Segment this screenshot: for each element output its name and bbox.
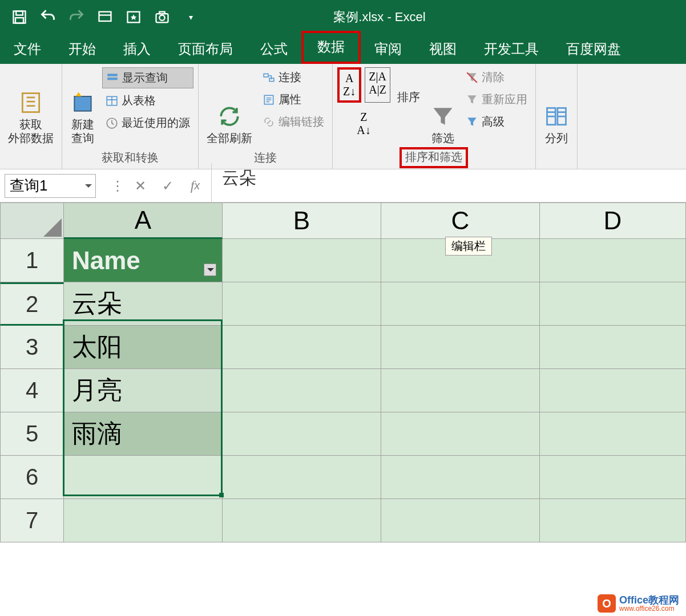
sort-dialog-button[interactable]: Z|AA|Z (365, 67, 390, 103)
tab-layout[interactable]: 页面布局 (164, 35, 247, 64)
cell-b4[interactable] (223, 369, 381, 412)
cell-c7[interactable] (381, 499, 540, 542)
ribbon: 获取 外部数据 新建 查询 显示查询 从表格 最近使用的源 获取和转换 全部刷新… (0, 64, 686, 169)
sort-button[interactable]: 排序 (394, 67, 423, 106)
link-icon (263, 71, 275, 84)
new-query-button[interactable]: 新建 查询 (67, 67, 99, 147)
clock-icon (106, 117, 118, 129)
filter-button[interactable]: 筛选 (427, 67, 459, 147)
cell-c4[interactable] (381, 369, 540, 412)
sort-desc-button[interactable]: ZA↓ (353, 108, 374, 139)
get-external-data-button[interactable]: 获取 外部数据 (5, 67, 57, 147)
cell-b2[interactable] (223, 282, 381, 326)
cell-d4[interactable] (540, 369, 686, 412)
col-header-c[interactable]: C (381, 202, 540, 239)
table-icon (106, 95, 118, 107)
camera-icon[interactable] (154, 9, 170, 25)
show-queries-button[interactable]: 显示查询 (102, 67, 193, 88)
app-title: 案例.xlsx - Excel (210, 9, 675, 26)
group-getdata: 获取 外部数据 (0, 64, 62, 169)
group-datatools: 分列 (536, 64, 578, 169)
cell-d7[interactable] (540, 499, 686, 542)
recent-sources-button[interactable]: 最近使用的源 (102, 113, 193, 133)
cell-a2[interactable]: 云朵 (64, 282, 223, 326)
cell-d3[interactable] (540, 326, 686, 369)
svg-rect-7 (159, 12, 164, 14)
row-header-2[interactable]: 2 (0, 282, 64, 326)
cell-d6[interactable] (540, 456, 686, 499)
col-header-d[interactable]: D (540, 202, 686, 239)
tab-review[interactable]: 审阅 (361, 35, 415, 64)
tab-view[interactable]: 视图 (415, 35, 470, 64)
undo-icon[interactable] (40, 9, 56, 25)
cancel-icon[interactable]: ✕ (129, 175, 152, 197)
name-box[interactable]: 查询1 (5, 174, 96, 198)
row-header-1[interactable]: 1 (0, 239, 64, 282)
cell-a6[interactable] (64, 456, 223, 499)
cell-a3[interactable]: 太阳 (64, 326, 223, 369)
clear-filter-button: 清除 (462, 67, 531, 87)
row-header-6[interactable]: 6 (0, 456, 64, 499)
cell-c2[interactable] (381, 282, 540, 326)
tab-baidu[interactable]: 百度网盘 (552, 35, 635, 64)
cell-d2[interactable] (540, 282, 686, 326)
select-all-corner[interactable] (0, 202, 64, 239)
props-icon (263, 94, 275, 106)
window-icon[interactable] (97, 9, 113, 25)
cell-d1[interactable] (540, 239, 686, 282)
sort-za-down-icon: ZA (357, 111, 367, 136)
enter-icon[interactable]: ✓ (156, 175, 179, 197)
title-bar: ▾ 案例.xlsx - Excel (0, 0, 686, 34)
fx-icon[interactable]: fx (184, 175, 207, 197)
connections-button[interactable]: 连接 (259, 67, 328, 87)
advanced-icon (466, 116, 478, 128)
from-table-button[interactable]: 从表格 (102, 91, 193, 111)
col-header-b[interactable]: B (223, 202, 381, 239)
row-header-3[interactable]: 3 (0, 326, 64, 369)
edit-links-button: 编辑链接 (259, 112, 328, 132)
row-header-5[interactable]: 5 (0, 412, 64, 456)
qat-customize-icon[interactable]: ▾ (183, 9, 199, 25)
refresh-icon (217, 104, 242, 129)
formula-bar[interactable]: 云朵 (211, 163, 681, 209)
text-to-columns-button[interactable]: 分列 (540, 67, 572, 147)
tab-formulas[interactable]: 公式 (247, 35, 301, 64)
cell-b1[interactable] (223, 239, 381, 282)
row-header-7[interactable]: 7 (0, 499, 64, 542)
cell-a4[interactable]: 月亮 (64, 369, 223, 412)
cell-a7[interactable] (64, 499, 223, 542)
cell-a1[interactable]: Name (64, 239, 223, 282)
column-headers: A B C D (64, 202, 686, 239)
tab-data[interactable]: 数据 (301, 31, 361, 64)
list-icon (106, 72, 119, 84)
tab-file[interactable]: 文件 (0, 35, 55, 64)
refresh-all-button[interactable]: 全部刷新 (203, 67, 256, 147)
watermark-logo-icon: O (598, 594, 616, 613)
cell-b3[interactable] (223, 326, 381, 369)
cell-b7[interactable] (223, 499, 381, 542)
tab-home[interactable]: 开始 (55, 35, 110, 64)
cell-c5[interactable] (381, 412, 540, 456)
group-connections: 全部刷新 连接 属性 编辑链接 连接 (199, 64, 333, 169)
sort-asc-button[interactable]: AZ↓ (337, 67, 361, 103)
cell-c3[interactable] (381, 326, 540, 369)
cell-c1[interactable] (381, 239, 540, 282)
favorite-icon[interactable] (126, 9, 142, 25)
tab-developer[interactable]: 开发工具 (470, 35, 552, 64)
save-icon[interactable] (11, 9, 27, 25)
col-header-a[interactable]: A (64, 202, 223, 239)
cell-a5[interactable]: 雨滴 (64, 412, 223, 456)
advanced-filter-button[interactable]: 高级 (462, 112, 531, 132)
watermark-url: www.office26.com (619, 605, 679, 612)
cell-d5[interactable] (540, 412, 686, 456)
cell-c6[interactable] (381, 456, 540, 499)
filter-dropdown-icon[interactable] (204, 264, 216, 276)
row-header-4[interactable]: 4 (0, 369, 64, 412)
svg-rect-3 (99, 12, 111, 21)
cell-b6[interactable] (223, 456, 381, 499)
tab-insert[interactable]: 插入 (110, 35, 164, 64)
query-icon (70, 90, 95, 115)
properties-button[interactable]: 属性 (259, 90, 328, 110)
cell-b5[interactable] (223, 412, 381, 456)
redo-icon[interactable] (68, 9, 84, 25)
